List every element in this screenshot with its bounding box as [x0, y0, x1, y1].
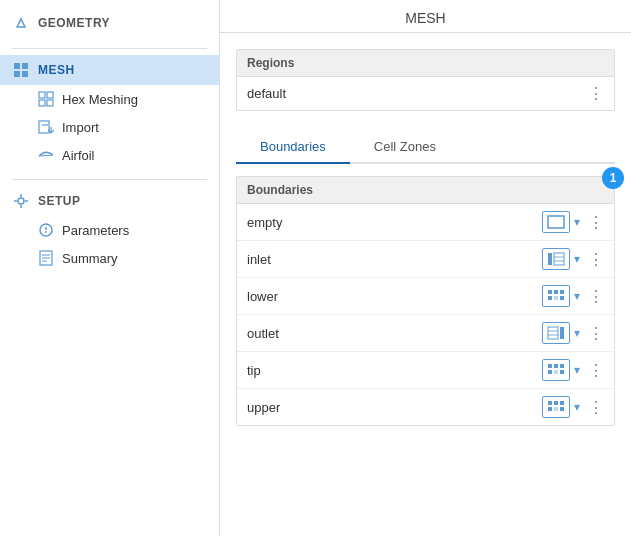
svg-rect-8 — [39, 121, 49, 133]
page-header: MESH — [220, 0, 631, 33]
boundary-type-btn-empty[interactable] — [542, 211, 570, 233]
boundary-row-lower: lower ▾ ⋮ — [237, 278, 614, 315]
sidebar-item-import[interactable]: Import — [0, 113, 219, 141]
boundary-controls-upper: ▾ ⋮ — [542, 396, 604, 418]
svg-rect-50 — [560, 407, 564, 411]
svg-rect-2 — [14, 71, 20, 77]
hex-mesh-icon — [38, 91, 54, 107]
boundary-more-lower[interactable]: ⋮ — [588, 287, 604, 306]
boundary-row-tip: tip ▾ ⋮ — [237, 352, 614, 389]
boundary-type-btn-lower[interactable] — [542, 285, 570, 307]
boundary-name-lower: lower — [247, 289, 542, 304]
boundary-row-upper: upper ▾ ⋮ — [237, 389, 614, 425]
svg-rect-0 — [14, 63, 20, 69]
boundaries-badge: 1 — [602, 167, 624, 189]
svg-rect-5 — [47, 92, 53, 98]
import-icon — [38, 119, 54, 135]
svg-rect-35 — [560, 327, 564, 339]
regions-header: Regions — [237, 50, 614, 77]
svg-rect-34 — [560, 296, 564, 300]
sidebar-section-mesh[interactable]: MESH — [0, 55, 219, 85]
airfoil-icon — [38, 147, 54, 163]
divider-2 — [12, 179, 207, 180]
sidebar-item-import-label: Import — [62, 120, 99, 135]
sidebar-section-setup[interactable]: SETUP — [0, 186, 219, 216]
regions-row-default: default ⋮ — [237, 77, 614, 110]
tab-cell-zones[interactable]: Cell Zones — [350, 131, 460, 164]
divider-1 — [12, 48, 207, 49]
boundary-dropdown-lower[interactable]: ▾ — [574, 289, 580, 303]
setup-icon — [12, 192, 30, 210]
boundary-more-upper[interactable]: ⋮ — [588, 398, 604, 417]
boundary-name-inlet: inlet — [247, 252, 542, 267]
sidebar-section-geometry-label: GEOMETRY — [38, 16, 110, 30]
svg-rect-44 — [560, 370, 564, 374]
boundary-more-inlet[interactable]: ⋮ — [588, 250, 604, 269]
svg-rect-29 — [548, 290, 552, 294]
svg-rect-31 — [560, 290, 564, 294]
page-title: MESH — [405, 10, 445, 26]
svg-point-12 — [18, 198, 24, 204]
boundary-controls-outlet: ▾ ⋮ — [542, 322, 604, 344]
svg-rect-46 — [554, 401, 558, 405]
boundary-name-empty: empty — [247, 215, 542, 230]
svg-rect-25 — [548, 253, 552, 265]
svg-rect-48 — [548, 407, 552, 411]
svg-rect-7 — [47, 100, 53, 106]
svg-rect-33 — [554, 296, 558, 300]
sidebar-item-parameters[interactable]: Parameters — [0, 216, 219, 244]
boundaries-box: Boundaries 1 empty ▾ ⋮ inlet — [236, 176, 615, 426]
tab-boundaries[interactable]: Boundaries — [236, 131, 350, 164]
boundary-name-tip: tip — [247, 363, 542, 378]
svg-rect-42 — [548, 370, 552, 374]
svg-rect-26 — [554, 253, 564, 265]
svg-rect-40 — [554, 364, 558, 368]
svg-rect-43 — [554, 370, 558, 374]
boundary-controls-lower: ▾ ⋮ — [542, 285, 604, 307]
boundaries-header: Boundaries 1 — [237, 177, 614, 204]
boundary-more-tip[interactable]: ⋮ — [588, 361, 604, 380]
svg-rect-36 — [548, 327, 558, 339]
boundary-name-outlet: outlet — [247, 326, 542, 341]
boundary-dropdown-upper[interactable]: ▾ — [574, 400, 580, 414]
svg-rect-47 — [560, 401, 564, 405]
boundary-dropdown-outlet[interactable]: ▾ — [574, 326, 580, 340]
boundary-row-outlet: outlet ▾ ⋮ — [237, 315, 614, 352]
svg-rect-1 — [22, 63, 28, 69]
boundary-controls-tip: ▾ ⋮ — [542, 359, 604, 381]
svg-rect-24 — [548, 216, 564, 228]
sidebar-section-setup-label: SETUP — [38, 194, 80, 208]
sidebar-group-setup: SETUP Parameters — [0, 186, 219, 272]
boundary-type-btn-tip[interactable] — [542, 359, 570, 381]
sidebar-group-geometry: GEOMETRY — [0, 8, 219, 38]
svg-rect-30 — [554, 290, 558, 294]
boundary-type-btn-outlet[interactable] — [542, 322, 570, 344]
sidebar-item-airfoil[interactable]: Airfoil — [0, 141, 219, 169]
sidebar-item-hex-meshing[interactable]: Hex Meshing — [0, 85, 219, 113]
sidebar-item-summary[interactable]: Summary — [0, 244, 219, 272]
svg-rect-6 — [39, 100, 45, 106]
sidebar: GEOMETRY MESH — [0, 0, 220, 536]
content-area: Regions default ⋮ Boundaries Cell Zones … — [220, 33, 631, 536]
boundary-dropdown-empty[interactable]: ▾ — [574, 215, 580, 229]
main-content: MESH Regions default ⋮ Boundaries Cell Z… — [220, 0, 631, 536]
tabs-bar: Boundaries Cell Zones — [236, 131, 615, 164]
boundary-type-btn-upper[interactable] — [542, 396, 570, 418]
svg-rect-3 — [22, 71, 28, 77]
boundary-dropdown-tip[interactable]: ▾ — [574, 363, 580, 377]
regions-item-name: default — [247, 86, 286, 101]
summary-icon — [38, 250, 54, 266]
boundary-type-btn-inlet[interactable] — [542, 248, 570, 270]
svg-rect-32 — [548, 296, 552, 300]
boundary-more-empty[interactable]: ⋮ — [588, 213, 604, 232]
svg-point-19 — [45, 231, 47, 233]
svg-line-11 — [39, 155, 53, 156]
sidebar-item-parameters-label: Parameters — [62, 223, 129, 238]
sidebar-section-geometry[interactable]: GEOMETRY — [0, 8, 219, 38]
boundary-more-outlet[interactable]: ⋮ — [588, 324, 604, 343]
svg-rect-41 — [560, 364, 564, 368]
svg-rect-39 — [548, 364, 552, 368]
boundary-dropdown-inlet[interactable]: ▾ — [574, 252, 580, 266]
svg-rect-45 — [548, 401, 552, 405]
regions-more-icon[interactable]: ⋮ — [588, 84, 604, 103]
